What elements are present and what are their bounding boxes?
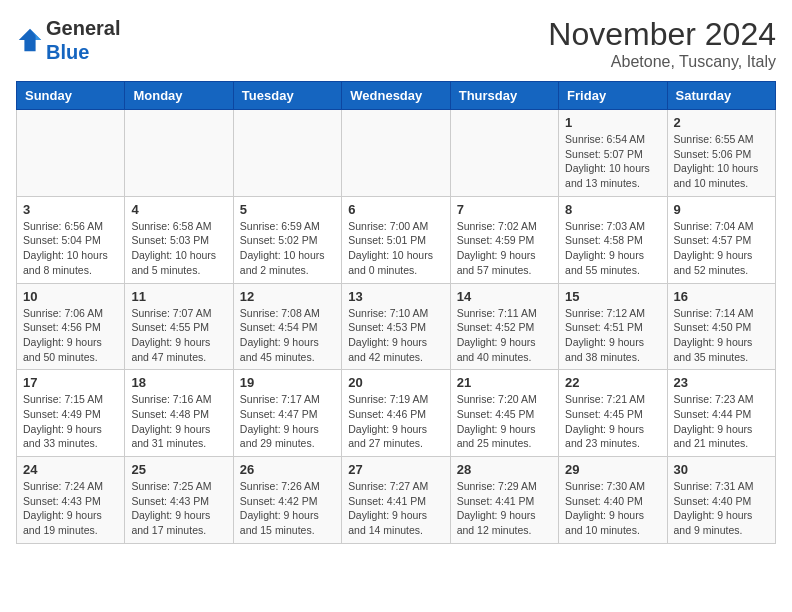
day-info: Sunrise: 7:12 AM Sunset: 4:51 PM Dayligh… bbox=[565, 306, 660, 365]
calendar-cell bbox=[125, 110, 233, 197]
day-number: 25 bbox=[131, 462, 226, 477]
day-info: Sunrise: 6:59 AM Sunset: 5:02 PM Dayligh… bbox=[240, 219, 335, 278]
calendar-week-row: 1Sunrise: 6:54 AM Sunset: 5:07 PM Daylig… bbox=[17, 110, 776, 197]
day-number: 10 bbox=[23, 289, 118, 304]
logo-text: General Blue bbox=[46, 16, 120, 64]
calendar-cell: 26Sunrise: 7:26 AM Sunset: 4:42 PM Dayli… bbox=[233, 457, 341, 544]
day-info: Sunrise: 7:31 AM Sunset: 4:40 PM Dayligh… bbox=[674, 479, 769, 538]
calendar-cell bbox=[233, 110, 341, 197]
day-number: 5 bbox=[240, 202, 335, 217]
calendar-cell bbox=[342, 110, 450, 197]
calendar-week-row: 17Sunrise: 7:15 AM Sunset: 4:49 PM Dayli… bbox=[17, 370, 776, 457]
weekday-header: Tuesday bbox=[233, 82, 341, 110]
calendar-cell bbox=[450, 110, 558, 197]
day-number: 21 bbox=[457, 375, 552, 390]
calendar-cell: 29Sunrise: 7:30 AM Sunset: 4:40 PM Dayli… bbox=[559, 457, 667, 544]
day-info: Sunrise: 7:14 AM Sunset: 4:50 PM Dayligh… bbox=[674, 306, 769, 365]
day-info: Sunrise: 7:20 AM Sunset: 4:45 PM Dayligh… bbox=[457, 392, 552, 451]
day-number: 1 bbox=[565, 115, 660, 130]
calendar-cell: 9Sunrise: 7:04 AM Sunset: 4:57 PM Daylig… bbox=[667, 196, 775, 283]
calendar-cell: 3Sunrise: 6:56 AM Sunset: 5:04 PM Daylig… bbox=[17, 196, 125, 283]
calendar-cell: 11Sunrise: 7:07 AM Sunset: 4:55 PM Dayli… bbox=[125, 283, 233, 370]
calendar-cell bbox=[17, 110, 125, 197]
calendar-cell: 5Sunrise: 6:59 AM Sunset: 5:02 PM Daylig… bbox=[233, 196, 341, 283]
day-info: Sunrise: 7:27 AM Sunset: 4:41 PM Dayligh… bbox=[348, 479, 443, 538]
day-info: Sunrise: 7:16 AM Sunset: 4:48 PM Dayligh… bbox=[131, 392, 226, 451]
weekday-header: Saturday bbox=[667, 82, 775, 110]
logo-icon bbox=[16, 26, 44, 54]
day-number: 6 bbox=[348, 202, 443, 217]
day-info: Sunrise: 7:25 AM Sunset: 4:43 PM Dayligh… bbox=[131, 479, 226, 538]
calendar-cell: 17Sunrise: 7:15 AM Sunset: 4:49 PM Dayli… bbox=[17, 370, 125, 457]
calendar-week-row: 10Sunrise: 7:06 AM Sunset: 4:56 PM Dayli… bbox=[17, 283, 776, 370]
calendar-cell: 8Sunrise: 7:03 AM Sunset: 4:58 PM Daylig… bbox=[559, 196, 667, 283]
calendar-cell: 25Sunrise: 7:25 AM Sunset: 4:43 PM Dayli… bbox=[125, 457, 233, 544]
weekday-header: Monday bbox=[125, 82, 233, 110]
day-number: 23 bbox=[674, 375, 769, 390]
weekday-header: Sunday bbox=[17, 82, 125, 110]
day-info: Sunrise: 7:11 AM Sunset: 4:52 PM Dayligh… bbox=[457, 306, 552, 365]
calendar-cell: 18Sunrise: 7:16 AM Sunset: 4:48 PM Dayli… bbox=[125, 370, 233, 457]
day-number: 26 bbox=[240, 462, 335, 477]
day-number: 14 bbox=[457, 289, 552, 304]
day-number: 9 bbox=[674, 202, 769, 217]
calendar-cell: 24Sunrise: 7:24 AM Sunset: 4:43 PM Dayli… bbox=[17, 457, 125, 544]
title-block: November 2024 Abetone, Tuscany, Italy bbox=[548, 16, 776, 71]
day-number: 20 bbox=[348, 375, 443, 390]
calendar-week-row: 3Sunrise: 6:56 AM Sunset: 5:04 PM Daylig… bbox=[17, 196, 776, 283]
calendar-table: SundayMondayTuesdayWednesdayThursdayFrid… bbox=[16, 81, 776, 544]
day-number: 22 bbox=[565, 375, 660, 390]
calendar-cell: 27Sunrise: 7:27 AM Sunset: 4:41 PM Dayli… bbox=[342, 457, 450, 544]
day-info: Sunrise: 7:26 AM Sunset: 4:42 PM Dayligh… bbox=[240, 479, 335, 538]
calendar-cell: 2Sunrise: 6:55 AM Sunset: 5:06 PM Daylig… bbox=[667, 110, 775, 197]
day-number: 7 bbox=[457, 202, 552, 217]
calendar-cell: 23Sunrise: 7:23 AM Sunset: 4:44 PM Dayli… bbox=[667, 370, 775, 457]
day-info: Sunrise: 7:23 AM Sunset: 4:44 PM Dayligh… bbox=[674, 392, 769, 451]
calendar-cell: 21Sunrise: 7:20 AM Sunset: 4:45 PM Dayli… bbox=[450, 370, 558, 457]
day-number: 11 bbox=[131, 289, 226, 304]
day-number: 30 bbox=[674, 462, 769, 477]
day-info: Sunrise: 6:58 AM Sunset: 5:03 PM Dayligh… bbox=[131, 219, 226, 278]
calendar-cell: 13Sunrise: 7:10 AM Sunset: 4:53 PM Dayli… bbox=[342, 283, 450, 370]
day-number: 27 bbox=[348, 462, 443, 477]
day-number: 24 bbox=[23, 462, 118, 477]
calendar-week-row: 24Sunrise: 7:24 AM Sunset: 4:43 PM Dayli… bbox=[17, 457, 776, 544]
calendar-cell: 15Sunrise: 7:12 AM Sunset: 4:51 PM Dayli… bbox=[559, 283, 667, 370]
calendar-cell: 20Sunrise: 7:19 AM Sunset: 4:46 PM Dayli… bbox=[342, 370, 450, 457]
calendar-cell: 19Sunrise: 7:17 AM Sunset: 4:47 PM Dayli… bbox=[233, 370, 341, 457]
day-info: Sunrise: 7:10 AM Sunset: 4:53 PM Dayligh… bbox=[348, 306, 443, 365]
month-title: November 2024 bbox=[548, 16, 776, 53]
day-number: 2 bbox=[674, 115, 769, 130]
calendar-cell: 12Sunrise: 7:08 AM Sunset: 4:54 PM Dayli… bbox=[233, 283, 341, 370]
day-info: Sunrise: 7:24 AM Sunset: 4:43 PM Dayligh… bbox=[23, 479, 118, 538]
calendar-cell: 7Sunrise: 7:02 AM Sunset: 4:59 PM Daylig… bbox=[450, 196, 558, 283]
day-number: 16 bbox=[674, 289, 769, 304]
day-info: Sunrise: 7:06 AM Sunset: 4:56 PM Dayligh… bbox=[23, 306, 118, 365]
day-info: Sunrise: 7:07 AM Sunset: 4:55 PM Dayligh… bbox=[131, 306, 226, 365]
day-number: 19 bbox=[240, 375, 335, 390]
calendar-cell: 4Sunrise: 6:58 AM Sunset: 5:03 PM Daylig… bbox=[125, 196, 233, 283]
calendar-cell: 22Sunrise: 7:21 AM Sunset: 4:45 PM Dayli… bbox=[559, 370, 667, 457]
day-number: 17 bbox=[23, 375, 118, 390]
weekday-header: Thursday bbox=[450, 82, 558, 110]
day-number: 29 bbox=[565, 462, 660, 477]
day-info: Sunrise: 7:03 AM Sunset: 4:58 PM Dayligh… bbox=[565, 219, 660, 278]
calendar-cell: 16Sunrise: 7:14 AM Sunset: 4:50 PM Dayli… bbox=[667, 283, 775, 370]
calendar-cell: 6Sunrise: 7:00 AM Sunset: 5:01 PM Daylig… bbox=[342, 196, 450, 283]
day-info: Sunrise: 7:15 AM Sunset: 4:49 PM Dayligh… bbox=[23, 392, 118, 451]
day-info: Sunrise: 7:29 AM Sunset: 4:41 PM Dayligh… bbox=[457, 479, 552, 538]
day-info: Sunrise: 7:02 AM Sunset: 4:59 PM Dayligh… bbox=[457, 219, 552, 278]
day-number: 3 bbox=[23, 202, 118, 217]
weekday-header: Friday bbox=[559, 82, 667, 110]
day-info: Sunrise: 7:08 AM Sunset: 4:54 PM Dayligh… bbox=[240, 306, 335, 365]
calendar-cell: 1Sunrise: 6:54 AM Sunset: 5:07 PM Daylig… bbox=[559, 110, 667, 197]
calendar-body: 1Sunrise: 6:54 AM Sunset: 5:07 PM Daylig… bbox=[17, 110, 776, 544]
day-number: 12 bbox=[240, 289, 335, 304]
day-info: Sunrise: 6:55 AM Sunset: 5:06 PM Dayligh… bbox=[674, 132, 769, 191]
day-number: 15 bbox=[565, 289, 660, 304]
calendar-cell: 28Sunrise: 7:29 AM Sunset: 4:41 PM Dayli… bbox=[450, 457, 558, 544]
day-info: Sunrise: 7:04 AM Sunset: 4:57 PM Dayligh… bbox=[674, 219, 769, 278]
logo: General Blue bbox=[16, 16, 120, 64]
day-info: Sunrise: 7:19 AM Sunset: 4:46 PM Dayligh… bbox=[348, 392, 443, 451]
day-number: 8 bbox=[565, 202, 660, 217]
